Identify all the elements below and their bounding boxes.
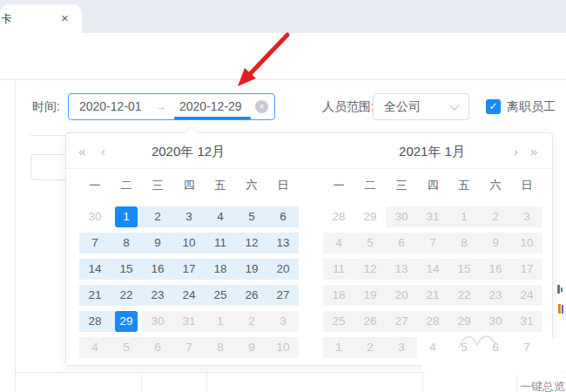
- header-divider: [0, 79, 566, 80]
- calendar-day: 5: [448, 335, 480, 361]
- calendar-day: 2: [354, 335, 386, 361]
- calendar-day[interactable]: 20: [267, 256, 299, 282]
- calendar-day[interactable]: 11: [205, 230, 236, 256]
- scope-select[interactable]: 全公司: [373, 93, 469, 120]
- popup-caret: [185, 126, 199, 140]
- calendar-day[interactable]: 21: [79, 282, 111, 308]
- calendar-day[interactable]: 22: [111, 282, 142, 308]
- calendar-day[interactable]: 2: [142, 204, 173, 230]
- calendar-day: 6: [142, 335, 173, 361]
- calendar-day: 7: [417, 230, 448, 256]
- calendar-day: 28: [417, 308, 448, 335]
- calendar-day: 30: [480, 308, 511, 335]
- calendar-day[interactable]: 28: [79, 308, 111, 335]
- calendar-left-weeks: 3012345678910111213141516171819202122232…: [79, 204, 299, 361]
- tab-title: 卡: [1, 11, 12, 27]
- weekday-label: 六: [480, 173, 511, 198]
- tab-close-icon[interactable]: ×: [61, 10, 69, 25]
- calendar-day[interactable]: 5: [236, 204, 267, 230]
- date-range-input[interactable]: 2020-12-01 → 2020-12-29 ×: [68, 93, 275, 120]
- calendar-day: 14: [417, 256, 448, 282]
- calendar-day[interactable]: 9: [142, 230, 173, 256]
- weekday-label: 日: [511, 173, 542, 198]
- prev-year-button[interactable]: «: [78, 140, 85, 163]
- calendar-day: 19: [354, 282, 386, 308]
- overview-clipped-text: 一键总览: [520, 379, 565, 392]
- screen: 卡 × 时间: 2020-12-01 → 2020-12-29 × 人员范围: …: [0, 0, 566, 392]
- calendar-day: 28: [323, 204, 354, 230]
- calendar-day[interactable]: 10: [173, 230, 205, 256]
- calendar-right-weeks: 2829303112345678910111213141516171819202…: [323, 204, 542, 361]
- calendar-day[interactable]: 8: [111, 230, 142, 256]
- calendar-day: 4: [417, 335, 448, 361]
- calendar-day: 5: [111, 335, 142, 361]
- calendar-day: 1: [448, 204, 480, 230]
- calendar-header-divider: [66, 168, 552, 169]
- calendar-day: 31: [417, 204, 448, 230]
- calendar-week-row: 21222324252627: [79, 282, 299, 308]
- calendar-day[interactable]: 23: [142, 282, 173, 308]
- calendar-day[interactable]: 25: [205, 282, 236, 308]
- calendar-day: 30: [142, 308, 173, 335]
- date-end-value[interactable]: 2020-12-29: [179, 94, 242, 119]
- calendar-day: 11: [323, 256, 354, 282]
- calendar-day: 9: [480, 230, 511, 256]
- calendar-day: 16: [480, 256, 511, 282]
- clear-icon[interactable]: ×: [255, 100, 268, 113]
- time-label: 时间:: [32, 93, 60, 120]
- prev-month-button[interactable]: ‹: [101, 140, 105, 163]
- calendar-day: 22: [448, 282, 480, 308]
- calendar-week-row: 78910111213: [79, 230, 299, 256]
- calendar-day: 6: [386, 230, 417, 256]
- calendar-day: 4: [323, 230, 354, 256]
- calendar-day[interactable]: 16: [142, 256, 173, 282]
- calendar-day: 8: [448, 230, 480, 256]
- weekday-label: 一: [79, 173, 111, 198]
- calendar-day[interactable]: 12: [236, 230, 267, 256]
- calendar-day[interactable]: 18: [205, 256, 236, 282]
- calendar-day: 15: [448, 256, 480, 282]
- calendar-day: 7: [511, 335, 542, 361]
- weekday-label: 一: [323, 173, 354, 198]
- calendar-day[interactable]: 1: [111, 204, 142, 230]
- calendar-day: 2: [236, 308, 267, 335]
- weekday-label: 六: [236, 173, 267, 198]
- calendar-day: 6: [480, 335, 511, 361]
- calendar-day: 24: [511, 282, 542, 308]
- calendar-day[interactable]: 26: [236, 282, 267, 308]
- calendar-day[interactable]: 3: [173, 204, 205, 230]
- date-start-value[interactable]: 2020-12-01: [79, 94, 142, 119]
- next-year-button[interactable]: »: [530, 140, 537, 163]
- table-border-vertical: [141, 372, 142, 392]
- calendar-day: 21: [417, 282, 448, 308]
- calendar-day[interactable]: 4: [205, 204, 236, 230]
- calendar-day[interactable]: 17: [173, 256, 205, 282]
- background-divider-fragment: [30, 135, 70, 136]
- calendar-day[interactable]: 6: [267, 204, 299, 230]
- calendar-day[interactable]: 15: [111, 256, 142, 282]
- calendar-day[interactable]: 29: [111, 308, 142, 335]
- clipped-content-fragment: [561, 287, 563, 292]
- calendar-day: 29: [448, 308, 480, 335]
- calendar-day[interactable]: 7: [79, 230, 111, 256]
- calendar-day[interactable]: 19: [236, 256, 267, 282]
- calendar-day[interactable]: 27: [267, 282, 299, 308]
- calendar-day: 12: [354, 256, 386, 282]
- calendar-day[interactable]: 13: [267, 230, 299, 256]
- weekday-label: 四: [417, 173, 448, 198]
- calendar-day: 30: [79, 204, 111, 230]
- calendar-day: 3: [511, 204, 542, 230]
- resigned-checkbox[interactable]: ✓: [486, 99, 501, 114]
- browser-tab[interactable]: 卡 ×: [0, 4, 82, 33]
- calendar-day[interactable]: 14: [79, 256, 111, 282]
- calendar-week-row: 18192021222324: [323, 282, 542, 308]
- calendar-day: 20: [386, 282, 417, 308]
- next-month-button[interactable]: ›: [514, 140, 518, 163]
- clipped-content-fragment: [557, 285, 560, 294]
- calendar-day: 1: [205, 308, 236, 335]
- weekday-label: 三: [142, 173, 173, 198]
- clipped-content-fragment: [562, 305, 563, 314]
- calendar-day[interactable]: 24: [173, 282, 205, 308]
- resigned-checkbox-label: 离职员工: [507, 93, 556, 120]
- calendar-day: 10: [267, 335, 299, 361]
